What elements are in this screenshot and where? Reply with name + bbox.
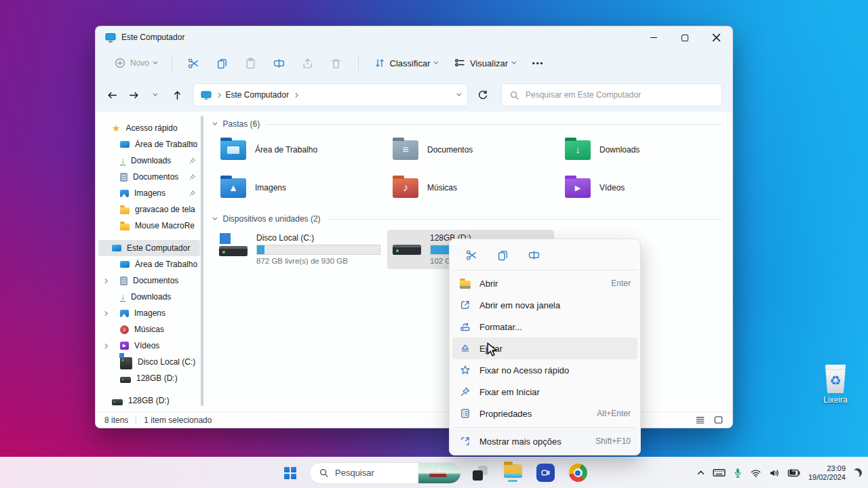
menu-item-properties[interactable]: Propriedades Alt+Enter xyxy=(452,403,637,424)
new-button-label: Novo xyxy=(130,58,149,68)
sidebar-item-tree-videos[interactable]: ▶ Vídeos xyxy=(98,338,200,354)
address-row: Este Computador Pesquisar em Este Comput… xyxy=(96,78,732,112)
microphone-button[interactable] xyxy=(731,463,745,483)
do-not-disturb-button[interactable] xyxy=(851,463,864,483)
search-input[interactable]: Pesquisar em Este Computador xyxy=(501,83,722,106)
sidebar-item-tree-disk-c[interactable]: Disco Local (C:) xyxy=(98,354,200,370)
video-icon: ▶ xyxy=(120,342,129,350)
trash-icon xyxy=(330,58,342,69)
details-view-icon[interactable] xyxy=(695,415,705,425)
item-count: 8 itens xyxy=(104,415,128,425)
status-divider xyxy=(136,416,136,424)
start-button[interactable] xyxy=(277,460,304,487)
folder-label: Área de Trabalho xyxy=(255,145,317,155)
hidden-icons-button[interactable] xyxy=(694,463,707,483)
back-button[interactable] xyxy=(101,85,123,105)
recycle-icon: ♻ xyxy=(829,374,841,387)
command-bar: Novo Classificar Visualizar ••• xyxy=(96,48,732,78)
menu-item-format[interactable]: Formatar... xyxy=(452,316,637,338)
document-icon xyxy=(120,173,127,182)
battery-button[interactable] xyxy=(785,463,803,483)
screen-recorder-taskbar-button[interactable] xyxy=(532,460,559,487)
toolbar-divider xyxy=(358,55,359,71)
cut-button[interactable] xyxy=(458,244,485,266)
menu-item-show-more-options[interactable]: Mostrar mais opções Shift+F10 xyxy=(452,430,637,452)
sidebar-item-tree-documents[interactable]: Documentos xyxy=(98,272,200,289)
delete-button[interactable] xyxy=(322,52,351,75)
collapse-chevron-icon[interactable] xyxy=(213,121,217,125)
new-button[interactable]: Novo xyxy=(108,58,164,68)
recent-locations-button[interactable] xyxy=(144,85,166,105)
running-indicator xyxy=(508,480,517,482)
view-button[interactable]: Visualizar xyxy=(446,52,524,75)
breadcrumb[interactable]: Este Computador xyxy=(226,90,289,100)
menu-item-open[interactable]: Abrir Enter xyxy=(452,272,637,294)
maximize-button[interactable] xyxy=(669,27,701,48)
refresh-button[interactable] xyxy=(472,85,494,105)
up-button[interactable] xyxy=(166,85,188,105)
rename-button[interactable] xyxy=(265,52,294,75)
wifi-button[interactable] xyxy=(748,463,764,483)
taskbar-search-placeholder: Pesquisar xyxy=(335,468,374,478)
sidebar-item-gravacao[interactable]: gravacao de tela xyxy=(98,201,200,218)
more-icon: ••• xyxy=(532,59,545,67)
devices-section-header[interactable]: Dispositivos e unidades (2) xyxy=(214,212,722,226)
copy-button[interactable] xyxy=(489,244,516,266)
sidebar-item-tree-music[interactable]: ♪ Músicas xyxy=(98,321,200,338)
sidebar-scrollbar[interactable] xyxy=(201,116,203,406)
folder-item-music[interactable]: ♪ Músicas xyxy=(386,169,558,207)
large-icons-view-icon[interactable] xyxy=(713,415,724,425)
menu-item-eject[interactable]: Ejetar xyxy=(452,338,637,359)
copy-button[interactable] xyxy=(208,52,237,75)
volume-button[interactable] xyxy=(767,463,782,483)
close-button[interactable] xyxy=(701,27,732,48)
sidebar-item-quick-access[interactable]: ★ Acesso rápido xyxy=(98,120,200,136)
taskbar-search[interactable]: Pesquisar xyxy=(309,462,461,484)
sort-button[interactable]: Classificar xyxy=(366,52,446,75)
expand-chevron-icon[interactable] xyxy=(103,279,107,283)
drive-item-c[interactable]: Disco Local (C:) 872 GB livre(s) de 930 … xyxy=(214,230,380,269)
folder-item-desktop[interactable]: Área de Trabalho xyxy=(214,131,386,169)
document-icon xyxy=(120,277,127,285)
more-options-button[interactable]: ••• xyxy=(524,52,553,75)
sidebar-item-tree-desktop[interactable]: Área de Trabalho xyxy=(98,256,200,272)
recycle-bin[interactable]: ♻ Lixeira xyxy=(816,365,854,405)
desktop: Este Computador Novo Classif xyxy=(0,0,868,488)
sidebar-item-downloads-pinned[interactable]: ↓ Downloads xyxy=(98,152,200,169)
task-view-button[interactable] xyxy=(467,460,494,487)
cut-button[interactable] xyxy=(180,52,208,75)
expand-chevron-icon[interactable] xyxy=(103,311,107,315)
sidebar-item-desktop-pinned[interactable]: Área de Trabalho xyxy=(98,136,200,152)
expand-chevron-icon[interactable] xyxy=(103,344,107,348)
folder-item-documents[interactable]: ≡ Documentos xyxy=(386,131,558,169)
taskbar-clock[interactable]: 23:09 19/02/2024 xyxy=(808,464,846,482)
sidebar-item-tree-downloads[interactable]: ↓ Downloads xyxy=(98,289,200,305)
address-dropdown-icon[interactable] xyxy=(457,92,461,96)
folder-item-videos[interactable]: ▶ Vídeos xyxy=(558,169,730,207)
menu-item-pin-start[interactable]: Fixar em Iniciar xyxy=(452,381,637,403)
sidebar-item-tree-usb-d[interactable]: 128GB (D:) xyxy=(98,370,200,386)
sidebar-item-documents-pinned[interactable]: Documentos xyxy=(98,169,200,185)
folder-item-downloads[interactable]: ↓ Downloads xyxy=(558,131,730,169)
chrome-taskbar-button[interactable] xyxy=(564,460,591,487)
search-highlight-image[interactable] xyxy=(418,462,460,484)
sidebar-item-pictures-pinned[interactable]: Imagens xyxy=(98,185,200,201)
chrome-icon xyxy=(569,464,587,482)
folder-item-pictures[interactable]: ▲ Imagens xyxy=(214,169,386,207)
sidebar-item-mouse-macro[interactable]: Mouse MacroRe xyxy=(98,218,200,234)
menu-item-open-new-window[interactable]: Abrir em nova janela xyxy=(452,294,637,316)
folders-section-header[interactable]: Pastas (6) xyxy=(214,117,722,131)
menu-item-pin-quick-access[interactable]: Fixar no Acesso rápido xyxy=(452,359,637,381)
collapse-chevron-icon[interactable] xyxy=(213,216,217,220)
sidebar-item-usb-root[interactable]: 128GB (D:) xyxy=(98,392,200,409)
forward-button[interactable] xyxy=(123,85,144,105)
touch-keyboard-button[interactable] xyxy=(711,463,728,483)
share-button[interactable] xyxy=(294,52,322,75)
sidebar-item-tree-pictures[interactable]: Imagens xyxy=(98,305,200,321)
address-bar[interactable]: Este Computador xyxy=(193,83,468,106)
sidebar-item-this-pc[interactable]: Este Computador xyxy=(98,240,200,256)
file-explorer-taskbar-button[interactable] xyxy=(499,460,526,487)
paste-button[interactable] xyxy=(237,52,265,75)
minimize-button[interactable] xyxy=(638,27,669,48)
rename-button[interactable] xyxy=(520,244,547,266)
